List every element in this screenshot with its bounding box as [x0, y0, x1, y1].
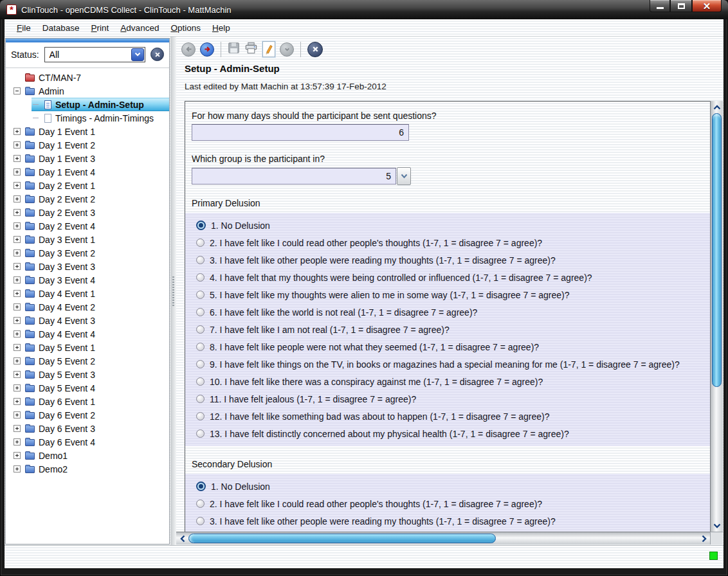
tree-item-content[interactable]: Day 4 Event 4	[24, 327, 169, 341]
tree-item[interactable]: Demo2	[6, 462, 169, 476]
radio-option[interactable]: 3. I have felt like other people were re…	[185, 512, 710, 530]
radio-button-icon[interactable]	[196, 429, 205, 438]
radio-button-icon[interactable]	[196, 221, 206, 230]
maximize-button[interactable]	[670, 0, 692, 12]
expand-icon[interactable]	[14, 263, 21, 270]
expand-icon[interactable]	[14, 425, 21, 432]
tree-item[interactable]: Day 2 Event 3	[6, 206, 169, 219]
radio-button-icon[interactable]	[196, 517, 205, 525]
days-input[interactable]	[192, 124, 409, 141]
print-button[interactable]	[244, 42, 258, 57]
radio-option[interactable]: 3. I have felt like other people were re…	[185, 251, 710, 269]
expand-icon[interactable]	[14, 398, 21, 405]
chevron-down-icon[interactable]	[131, 48, 144, 61]
tree-item[interactable]: Setup - Admin-Setup	[6, 98, 169, 111]
tree-item-content[interactable]: Day 3 Event 3	[24, 260, 169, 273]
tree-item-content[interactable]: Day 3 Event 2	[24, 246, 169, 260]
expand-icon[interactable]	[14, 155, 21, 162]
expand-icon[interactable]	[14, 222, 21, 230]
radio-button-icon[interactable]	[196, 308, 205, 316]
tree-item-content[interactable]: Day 2 Event 2	[24, 192, 169, 206]
group-dropdown-button[interactable]	[397, 167, 411, 185]
radio-option[interactable]: 2. I have felt like I could read other p…	[185, 495, 710, 512]
tree-item[interactable]: Day 1 Event 4	[6, 165, 169, 179]
tree-item-content[interactable]: Day 6 Event 4	[24, 435, 169, 449]
tree-item-content[interactable]: Day 5 Event 2	[24, 354, 169, 368]
tree-item[interactable]: Day 3 Event 3	[6, 260, 169, 273]
radio-button-icon[interactable]	[196, 500, 205, 508]
expand-icon[interactable]	[14, 303, 21, 310]
tree-item-content[interactable]: Demo1	[24, 449, 169, 462]
radio-button-icon[interactable]	[196, 377, 205, 386]
tree-item-content[interactable]: Day 1 Event 3	[24, 152, 169, 165]
radio-button-icon[interactable]	[196, 291, 205, 299]
tree-item[interactable]: CT/MAN-7	[6, 71, 169, 84]
tree-item[interactable]: Timings - Admin-Timings	[6, 111, 169, 125]
tree-item-content[interactable]: Day 2 Event 4	[24, 219, 169, 233]
menu-item-advanced[interactable]: Advanced	[114, 23, 165, 33]
expand-icon[interactable]	[14, 330, 21, 338]
status-filter-select[interactable]: All	[44, 47, 145, 62]
radio-button-icon[interactable]	[196, 239, 205, 247]
expand-icon[interactable]	[14, 438, 21, 446]
expand-icon[interactable]	[14, 128, 21, 135]
radio-option[interactable]: 1. No Delusion	[185, 478, 710, 495]
scroll-right-button[interactable]	[698, 532, 709, 544]
radio-option[interactable]: 1. No Delusion	[185, 217, 710, 234]
menu-item-options[interactable]: Options	[165, 23, 206, 33]
horizontal-scrollbar[interactable]	[176, 532, 710, 544]
radio-option[interactable]: 12. I have felt like something bad was a…	[185, 408, 710, 425]
tree-item[interactable]: Day 4 Event 4	[6, 327, 169, 341]
tree-item-content[interactable]: Day 3 Event 4	[24, 273, 169, 287]
tree-item-content[interactable]: Demo2	[24, 462, 169, 476]
tree-item[interactable]: Day 5 Event 4	[6, 381, 169, 395]
radio-button-icon[interactable]	[196, 273, 205, 282]
close-button[interactable]: ✕	[692, 0, 722, 12]
scroll-left-button[interactable]	[177, 532, 188, 544]
expand-icon[interactable]	[14, 141, 21, 148]
group-input[interactable]	[192, 168, 396, 184]
tree-item-content[interactable]: Setup - Admin-Setup	[32, 98, 169, 111]
clear-filter-button[interactable]	[150, 48, 164, 61]
expand-icon[interactable]	[14, 249, 21, 256]
tree-item-content[interactable]: Day 5 Event 4	[24, 381, 169, 395]
radio-option[interactable]: 4. I have felt that my thoughts were bei…	[185, 269, 710, 286]
tree-item-content[interactable]: Admin	[24, 84, 169, 98]
scroll-up-button[interactable]	[711, 102, 723, 113]
expand-icon[interactable]	[14, 411, 21, 419]
horizontal-scroll-thumb[interactable]	[188, 534, 496, 543]
radio-option[interactable]: 8. I have felt like people were not what…	[185, 338, 710, 356]
radio-option[interactable]: 9. I have felt like things on the TV, in…	[185, 356, 710, 373]
radio-button-icon[interactable]	[196, 256, 205, 264]
vertical-scroll-thumb[interactable]	[712, 113, 722, 387]
tree-item[interactable]: Day 1 Event 1	[6, 125, 169, 138]
radio-option[interactable]: 6. I have felt like the world is not rea…	[185, 303, 710, 321]
tree-item-content[interactable]: Day 5 Event 3	[24, 368, 169, 381]
expand-icon[interactable]	[14, 317, 21, 324]
tree-item[interactable]: Day 4 Event 3	[6, 314, 169, 327]
tree-item[interactable]: Day 2 Event 4	[6, 219, 169, 233]
tree-item-content[interactable]: Day 3 Event 1	[24, 233, 169, 246]
expand-icon[interactable]	[14, 209, 21, 216]
tree-item-content[interactable]: Day 4 Event 3	[24, 314, 169, 327]
menu-item-help[interactable]: Help	[206, 23, 236, 33]
radio-option[interactable]: 13. I have felt distinctly concerned abo…	[185, 425, 710, 442]
radio-option[interactable]: 7. I have felt like I am not real (1-7, …	[185, 321, 710, 338]
radio-option[interactable]: 11. I have felt jealous (1-7, 1 = disagr…	[185, 390, 710, 408]
tree-item-content[interactable]: Day 5 Event 1	[24, 341, 169, 354]
menu-item-database[interactable]: Database	[37, 23, 86, 33]
tree-item-content[interactable]: Day 2 Event 1	[24, 179, 169, 192]
tree-item[interactable]: Day 5 Event 1	[6, 341, 169, 354]
vertical-scrollbar[interactable]	[710, 101, 723, 532]
collapse-icon[interactable]	[14, 87, 21, 94]
expand-icon[interactable]	[14, 384, 21, 392]
edit-button[interactable]	[262, 41, 275, 57]
tree-item-content[interactable]: CT/MAN-7	[24, 71, 169, 84]
tree-item[interactable]: Day 1 Event 2	[6, 138, 169, 152]
radio-button-icon[interactable]	[196, 325, 205, 334]
radio-button-icon[interactable]	[196, 395, 205, 403]
tree-item-content[interactable]: Day 1 Event 4	[24, 165, 169, 179]
tree-item[interactable]: Day 1 Event 3	[6, 152, 169, 165]
menu-item-print[interactable]: Print	[86, 23, 115, 33]
expand-icon[interactable]	[14, 465, 21, 473]
